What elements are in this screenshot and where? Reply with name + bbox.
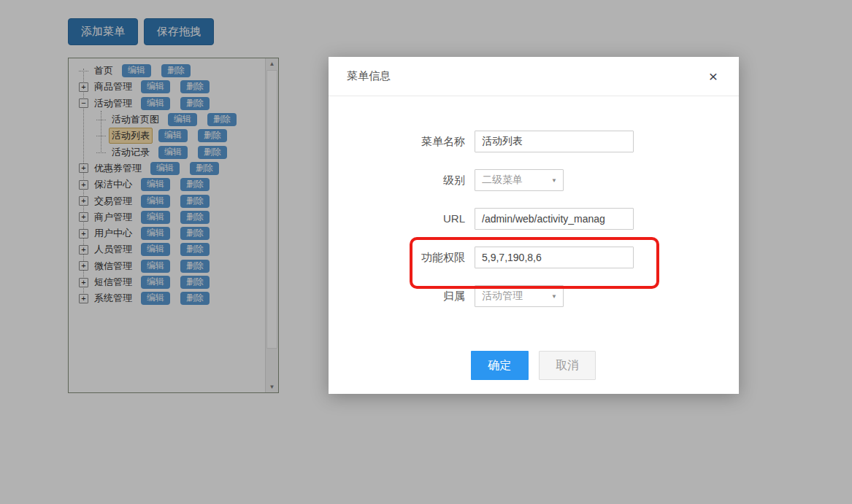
form-row-name: 菜单名称 bbox=[329, 131, 739, 152]
cancel-button[interactable]: 取消 bbox=[539, 351, 596, 380]
menu-name-label: 菜单名称 bbox=[329, 131, 465, 152]
menu-info-dialog: 菜单信息 × 菜单名称 级别 二级菜单 ▼ URL 功能权限 归属 活动管理 bbox=[329, 57, 739, 394]
dialog-header: 菜单信息 × bbox=[329, 57, 739, 96]
url-label: URL bbox=[329, 208, 465, 230]
menu-name-input[interactable] bbox=[475, 131, 634, 152]
chevron-down-icon: ▼ bbox=[551, 177, 557, 184]
dialog-actions: 确定 取消 bbox=[471, 351, 596, 380]
form-row-level: 级别 二级菜单 ▼ bbox=[329, 169, 739, 191]
close-icon[interactable]: × bbox=[706, 69, 721, 84]
ok-button[interactable]: 确定 bbox=[471, 351, 529, 380]
url-input[interactable] bbox=[475, 208, 634, 230]
parent-label: 归属 bbox=[329, 285, 465, 307]
permission-label: 功能权限 bbox=[329, 247, 465, 268]
parent-select-value: 活动管理 bbox=[482, 290, 523, 303]
chevron-down-icon: ▼ bbox=[551, 293, 557, 300]
form-row-url: URL bbox=[329, 208, 739, 230]
form-row-parent: 归属 活动管理 ▼ bbox=[329, 285, 739, 307]
menu-form: 菜单名称 级别 二级菜单 ▼ URL 功能权限 归属 活动管理 ▼ bbox=[329, 96, 739, 307]
level-select[interactable]: 二级菜单 ▼ bbox=[475, 169, 564, 191]
parent-select[interactable]: 活动管理 ▼ bbox=[475, 285, 564, 307]
level-select-value: 二级菜单 bbox=[482, 174, 523, 187]
permission-input[interactable] bbox=[475, 247, 634, 268]
form-row-permission: 功能权限 bbox=[329, 247, 739, 268]
dialog-title: 菜单信息 bbox=[347, 69, 391, 83]
level-label: 级别 bbox=[329, 169, 465, 191]
